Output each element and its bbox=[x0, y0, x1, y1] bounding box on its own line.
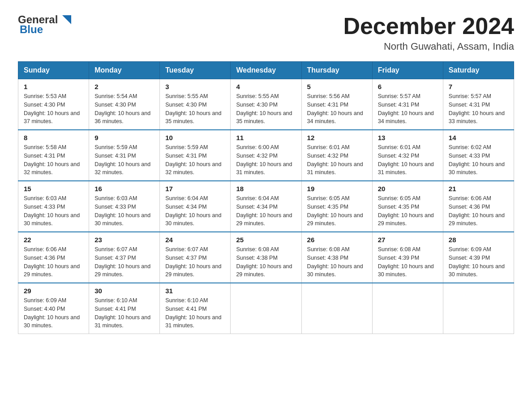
day-number: 27 bbox=[378, 236, 438, 244]
day-info: Sunrise: 6:07 AM Sunset: 4:37 PM Dayligh… bbox=[165, 245, 225, 279]
day-info: Sunrise: 5:56 AM Sunset: 4:31 PM Dayligh… bbox=[307, 92, 367, 126]
day-info: Sunrise: 6:01 AM Sunset: 4:32 PM Dayligh… bbox=[378, 143, 438, 177]
day-number: 28 bbox=[449, 236, 508, 244]
location-subtitle: North Guwahati, Assam, India bbox=[343, 41, 514, 52]
day-info: Sunrise: 5:53 AM Sunset: 4:30 PM Dayligh… bbox=[24, 92, 83, 126]
day-number: 9 bbox=[94, 134, 154, 141]
table-row: 8 Sunrise: 5:58 AM Sunset: 4:31 PM Dayli… bbox=[18, 130, 89, 181]
table-row: 3 Sunrise: 5:55 AM Sunset: 4:30 PM Dayli… bbox=[160, 79, 231, 130]
day-info: Sunrise: 6:04 AM Sunset: 4:34 PM Dayligh… bbox=[236, 194, 296, 228]
day-number: 20 bbox=[378, 185, 438, 193]
table-row: 24 Sunrise: 6:07 AM Sunset: 4:37 PM Dayl… bbox=[160, 232, 231, 283]
table-row: 31 Sunrise: 6:10 AM Sunset: 4:41 PM Dayl… bbox=[160, 283, 231, 334]
col-thursday: Thursday bbox=[301, 62, 372, 79]
day-info: Sunrise: 6:06 AM Sunset: 4:36 PM Dayligh… bbox=[449, 194, 508, 228]
day-info: Sunrise: 6:07 AM Sunset: 4:37 PM Dayligh… bbox=[94, 245, 154, 279]
table-row: 22 Sunrise: 6:06 AM Sunset: 4:36 PM Dayl… bbox=[18, 232, 89, 283]
day-number: 5 bbox=[307, 83, 367, 90]
day-info: Sunrise: 6:04 AM Sunset: 4:34 PM Dayligh… bbox=[165, 194, 225, 228]
calendar-header-row: Sunday Monday Tuesday Wednesday Thursday… bbox=[18, 62, 514, 79]
calendar-table: Sunday Monday Tuesday Wednesday Thursday… bbox=[18, 61, 514, 334]
logo-triangle-icon bbox=[60, 13, 73, 26]
day-info: Sunrise: 6:10 AM Sunset: 4:41 PM Dayligh… bbox=[165, 296, 225, 330]
day-number: 24 bbox=[165, 236, 225, 244]
day-info: Sunrise: 6:02 AM Sunset: 4:33 PM Dayligh… bbox=[449, 143, 508, 177]
table-row: 29 Sunrise: 6:09 AM Sunset: 4:40 PM Dayl… bbox=[18, 283, 89, 334]
table-row: 25 Sunrise: 6:08 AM Sunset: 4:38 PM Dayl… bbox=[231, 232, 301, 283]
day-number: 22 bbox=[24, 236, 83, 244]
table-row bbox=[372, 283, 443, 334]
day-info: Sunrise: 5:59 AM Sunset: 4:31 PM Dayligh… bbox=[94, 143, 154, 177]
calendar-week-row: 15 Sunrise: 6:03 AM Sunset: 4:33 PM Dayl… bbox=[18, 181, 514, 232]
calendar-week-row: 8 Sunrise: 5:58 AM Sunset: 4:31 PM Dayli… bbox=[18, 130, 514, 181]
month-year-title: December 2024 bbox=[343, 13, 514, 39]
col-sunday: Sunday bbox=[18, 62, 89, 79]
title-section: December 2024 North Guwahati, Assam, Ind… bbox=[343, 13, 514, 52]
table-row: 6 Sunrise: 5:57 AM Sunset: 4:31 PM Dayli… bbox=[372, 79, 443, 130]
calendar-week-row: 22 Sunrise: 6:06 AM Sunset: 4:36 PM Dayl… bbox=[18, 232, 514, 283]
day-info: Sunrise: 5:54 AM Sunset: 4:30 PM Dayligh… bbox=[94, 92, 154, 126]
table-row: 18 Sunrise: 6:04 AM Sunset: 4:34 PM Dayl… bbox=[231, 181, 301, 232]
svg-marker-0 bbox=[62, 15, 71, 24]
day-number: 2 bbox=[94, 83, 154, 90]
day-number: 30 bbox=[94, 287, 154, 295]
day-info: Sunrise: 6:08 AM Sunset: 4:38 PM Dayligh… bbox=[307, 245, 367, 279]
day-info: Sunrise: 6:05 AM Sunset: 4:35 PM Dayligh… bbox=[378, 194, 438, 228]
day-info: Sunrise: 6:08 AM Sunset: 4:39 PM Dayligh… bbox=[378, 245, 438, 279]
day-number: 4 bbox=[236, 83, 296, 90]
logo: General Blue bbox=[18, 13, 73, 36]
day-number: 23 bbox=[94, 236, 154, 244]
table-row: 20 Sunrise: 6:05 AM Sunset: 4:35 PM Dayl… bbox=[372, 181, 443, 232]
day-info: Sunrise: 5:57 AM Sunset: 4:31 PM Dayligh… bbox=[449, 92, 508, 126]
day-info: Sunrise: 5:58 AM Sunset: 4:31 PM Dayligh… bbox=[24, 143, 83, 177]
table-row: 12 Sunrise: 6:01 AM Sunset: 4:32 PM Dayl… bbox=[301, 130, 372, 181]
day-number: 16 bbox=[94, 185, 154, 193]
day-number: 11 bbox=[236, 134, 296, 141]
day-info: Sunrise: 6:05 AM Sunset: 4:35 PM Dayligh… bbox=[307, 194, 367, 228]
day-info: Sunrise: 6:03 AM Sunset: 4:33 PM Dayligh… bbox=[24, 194, 83, 228]
table-row: 15 Sunrise: 6:03 AM Sunset: 4:33 PM Dayl… bbox=[18, 181, 89, 232]
day-info: Sunrise: 6:03 AM Sunset: 4:33 PM Dayligh… bbox=[94, 194, 154, 228]
day-info: Sunrise: 6:01 AM Sunset: 4:32 PM Dayligh… bbox=[307, 143, 367, 177]
day-number: 1 bbox=[24, 83, 83, 90]
day-number: 17 bbox=[165, 185, 225, 193]
day-info: Sunrise: 5:55 AM Sunset: 4:30 PM Dayligh… bbox=[236, 92, 296, 126]
day-number: 10 bbox=[165, 134, 225, 141]
table-row bbox=[443, 283, 514, 334]
table-row: 14 Sunrise: 6:02 AM Sunset: 4:33 PM Dayl… bbox=[443, 130, 514, 181]
day-info: Sunrise: 6:09 AM Sunset: 4:40 PM Dayligh… bbox=[24, 296, 83, 330]
day-number: 19 bbox=[307, 185, 367, 193]
day-info: Sunrise: 6:10 AM Sunset: 4:41 PM Dayligh… bbox=[94, 296, 154, 330]
day-number: 7 bbox=[449, 83, 508, 90]
day-number: 15 bbox=[24, 185, 83, 193]
table-row: 2 Sunrise: 5:54 AM Sunset: 4:30 PM Dayli… bbox=[89, 79, 160, 130]
day-number: 18 bbox=[236, 185, 296, 193]
day-info: Sunrise: 5:57 AM Sunset: 4:31 PM Dayligh… bbox=[378, 92, 438, 126]
table-row: 19 Sunrise: 6:05 AM Sunset: 4:35 PM Dayl… bbox=[301, 181, 372, 232]
day-number: 29 bbox=[24, 287, 83, 295]
day-info: Sunrise: 6:06 AM Sunset: 4:36 PM Dayligh… bbox=[24, 245, 83, 279]
day-number: 13 bbox=[378, 134, 438, 141]
col-saturday: Saturday bbox=[443, 62, 514, 79]
day-number: 6 bbox=[378, 83, 438, 90]
table-row: 5 Sunrise: 5:56 AM Sunset: 4:31 PM Dayli… bbox=[301, 79, 372, 130]
day-number: 12 bbox=[307, 134, 367, 141]
table-row: 28 Sunrise: 6:09 AM Sunset: 4:39 PM Dayl… bbox=[443, 232, 514, 283]
day-info: Sunrise: 6:09 AM Sunset: 4:39 PM Dayligh… bbox=[449, 245, 508, 279]
table-row bbox=[301, 283, 372, 334]
day-number: 14 bbox=[449, 134, 508, 141]
table-row: 13 Sunrise: 6:01 AM Sunset: 4:32 PM Dayl… bbox=[372, 130, 443, 181]
day-info: Sunrise: 6:08 AM Sunset: 4:38 PM Dayligh… bbox=[236, 245, 296, 279]
table-row: 1 Sunrise: 5:53 AM Sunset: 4:30 PM Dayli… bbox=[18, 79, 89, 130]
table-row: 23 Sunrise: 6:07 AM Sunset: 4:37 PM Dayl… bbox=[89, 232, 160, 283]
page-header: General Blue December 2024 North Guwahat… bbox=[18, 13, 514, 52]
table-row: 30 Sunrise: 6:10 AM Sunset: 4:41 PM Dayl… bbox=[89, 283, 160, 334]
table-row: 16 Sunrise: 6:03 AM Sunset: 4:33 PM Dayl… bbox=[89, 181, 160, 232]
calendar-week-row: 1 Sunrise: 5:53 AM Sunset: 4:30 PM Dayli… bbox=[18, 79, 514, 130]
table-row: 4 Sunrise: 5:55 AM Sunset: 4:30 PM Dayli… bbox=[231, 79, 301, 130]
day-number: 3 bbox=[165, 83, 225, 90]
table-row bbox=[231, 283, 301, 334]
logo-text-blue: Blue bbox=[20, 23, 43, 36]
col-monday: Monday bbox=[89, 62, 160, 79]
day-number: 25 bbox=[236, 236, 296, 244]
